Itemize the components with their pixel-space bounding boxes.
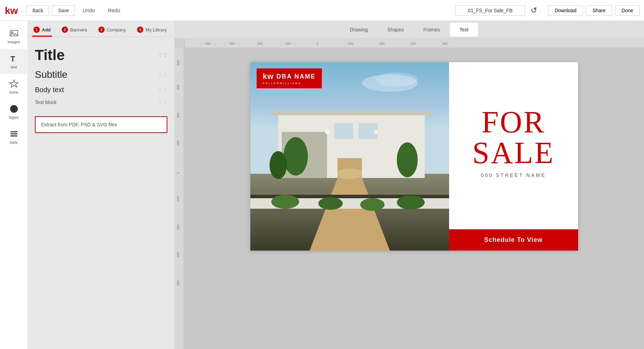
svg-text:300: 300 <box>411 42 416 45</box>
sidebar-item-text-label: text <box>11 65 17 69</box>
svg-point-45 <box>360 198 385 211</box>
svg-point-50 <box>374 130 378 134</box>
canvas-toolbar: Drawing Shapes Frames Text <box>174 21 644 38</box>
subtitle-label: Subtitle <box>35 69 67 80</box>
svg-rect-6 <box>10 131 17 132</box>
text-item-body[interactable]: Body text ⋮⋮ <box>35 83 167 97</box>
canvas-tab-shapes[interactable]: Shapes <box>378 23 414 37</box>
sidebar-item-logos-label: logos <box>9 115 18 119</box>
svg-point-42 <box>397 142 418 177</box>
ruler-corner <box>174 38 184 48</box>
redo-button[interactable]: Redo <box>103 5 125 15</box>
toolbar: kw Back Save Undo Redo ↺ Download Share … <box>0 0 644 21</box>
body-grid-icon: ⋮⋮ <box>158 87 167 93</box>
svg-text:200: 200 <box>176 113 180 118</box>
tab-add-number: 1 <box>33 27 40 33</box>
template-name-input[interactable] <box>455 5 525 16</box>
sidebar-item-kwls[interactable]: kwls <box>0 124 28 149</box>
sidebar-item-kwls-label: kwls <box>10 140 17 144</box>
svg-text:400: 400 <box>205 42 210 45</box>
canvas-wrapper[interactable]: 400 300 200 100 0 100 200 300 400 <box>174 38 644 349</box>
schedule-btn[interactable]: Schedule To View <box>449 229 578 251</box>
svg-rect-34 <box>334 123 353 139</box>
svg-text:200: 200 <box>379 42 385 45</box>
title-label: Title <box>35 47 65 64</box>
house-svg <box>250 62 449 251</box>
text-panel-content: Title ⋮⋮ Subtitle ⋮⋮ Body text ⋮⋮ Text b… <box>28 37 174 140</box>
title-grid-icon: ⋮⋮ <box>158 52 167 58</box>
svg-text:200: 200 <box>176 224 180 230</box>
svg-point-48 <box>376 73 418 87</box>
ruler-v-svg: 400 300 200 100 0 100 200 300 400 <box>174 48 184 327</box>
share-button[interactable]: Share <box>586 5 612 16</box>
svg-text:400: 400 <box>442 42 447 45</box>
svg-text:100: 100 <box>285 42 290 45</box>
circle-icon <box>9 104 19 114</box>
svg-text:T: T <box>10 54 15 63</box>
canvas-tab-frames[interactable]: Frames <box>414 23 449 37</box>
svg-text:100: 100 <box>176 141 180 146</box>
tab-add-label: Add <box>42 27 51 32</box>
text-block-label: Text block <box>35 99 56 105</box>
svg-text:100: 100 <box>176 196 180 202</box>
kw-banner: kw DBA NAME KELLERWILLIAMS. <box>257 68 322 88</box>
canvas-area: Drawing Shapes Frames Text 400 <box>174 21 644 349</box>
text-item-title[interactable]: Title ⋮⋮ <box>35 44 167 66</box>
canvas-design[interactable]: kw DBA NAME KELLERWILLIAMS. FOR SALE <box>250 62 578 251</box>
sidebar-item-icons-label: icons <box>9 90 18 94</box>
tab-add[interactable]: 1 Add <box>32 24 52 37</box>
sidebar-item-logos[interactable]: logos <box>0 99 28 124</box>
svg-point-46 <box>397 195 425 209</box>
star-icon <box>9 79 19 89</box>
ruler-horizontal: 400 300 200 100 0 100 200 300 400 <box>184 38 644 48</box>
svg-rect-8 <box>10 135 17 136</box>
canvas-tab-text[interactable]: Text <box>450 23 478 37</box>
sidebar-item-text[interactable]: T text <box>0 49 28 74</box>
svg-rect-31 <box>271 111 432 115</box>
sidebar-item-images[interactable]: images <box>0 24 28 49</box>
tab-banners[interactable]: 2 Banners <box>60 24 88 37</box>
tab-banners-label: Banners <box>70 27 87 32</box>
svg-text:300: 300 <box>229 42 235 45</box>
text-item-block[interactable]: Text block ⋮⋮ <box>35 97 167 108</box>
svg-point-41 <box>270 151 287 179</box>
subtitle-grid-icon: ⋮⋮ <box>158 72 167 77</box>
done-button[interactable]: Done <box>615 5 640 16</box>
svg-text:0: 0 <box>317 42 318 45</box>
kw-logo: kw <box>4 2 21 19</box>
property-image <box>250 62 449 251</box>
for-sale-line1: FOR <box>482 107 545 138</box>
image-icon <box>9 29 19 38</box>
design-right: FOR SALE 000 STREET NAME Schedule To Vie… <box>449 62 578 251</box>
tab-my-library[interactable]: 4 My Library <box>136 24 168 37</box>
kw-banner-top: kw DBA NAME <box>263 72 316 81</box>
for-sale-line2: SALE <box>472 138 555 168</box>
svg-point-5 <box>10 105 18 113</box>
ruler-vertical: 400 300 200 100 0 100 200 300 400 <box>174 48 184 349</box>
text-item-subtitle[interactable]: Subtitle ⋮⋮ <box>35 66 167 83</box>
sidebar-item-icons[interactable]: icons <box>0 74 28 99</box>
text-panel: 1 Add 2 Banners 3 Company 4 My Library T… <box>28 21 174 349</box>
svg-rect-9 <box>13 132 13 132</box>
history-button[interactable]: ↺ <box>528 5 540 16</box>
body-text-label: Body text <box>35 86 64 94</box>
download-button[interactable]: Download <box>548 5 583 16</box>
back-button[interactable]: Back <box>26 5 49 16</box>
text-icon: T <box>9 54 19 64</box>
tab-company-label: Company <box>107 27 126 32</box>
svg-text:200: 200 <box>257 42 263 45</box>
undo-button[interactable]: Undo <box>78 5 100 15</box>
kw-banner-dba-name: DBA NAME <box>276 73 316 80</box>
svg-text:100: 100 <box>348 42 353 45</box>
extract-button[interactable]: Extract from PDF, PSD & SVG files <box>35 116 167 133</box>
icon-sidebar: images T text icons logos <box>0 21 28 349</box>
street-name: 000 STREET NAME <box>481 172 546 178</box>
save-button[interactable]: Save <box>52 5 75 16</box>
svg-rect-7 <box>10 133 17 134</box>
canvas-tab-drawing[interactable]: Drawing <box>340 23 378 37</box>
main-area: images T text icons logos <box>0 21 644 349</box>
canvas-stage: kw DBA NAME KELLERWILLIAMS. FOR SALE <box>184 48 644 349</box>
svg-text:300: 300 <box>176 252 180 258</box>
sidebar-item-images-label: images <box>8 40 20 44</box>
tab-company[interactable]: 3 Company <box>97 24 128 37</box>
